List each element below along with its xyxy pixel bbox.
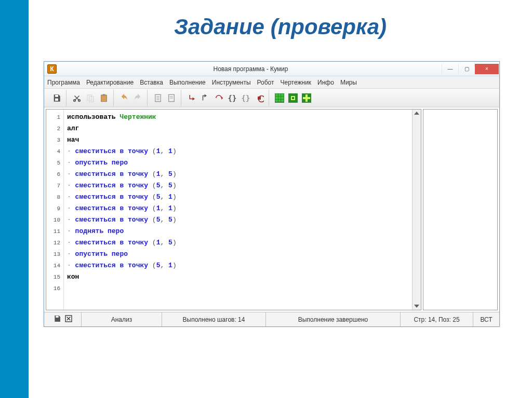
toolbar: {} {} [44,89,499,107]
menu-инструменты[interactable]: Инструменты [212,79,251,86]
line-number: 5 [46,157,60,169]
menu-вставка[interactable]: Вставка [140,79,163,86]
grid-square-icon[interactable] [287,92,299,104]
line-number: 13 [46,249,60,260]
line-number: 14 [46,260,60,271]
cut-icon[interactable] [71,92,83,104]
step-over-icon[interactable] [199,92,211,104]
status-save-icon[interactable] [53,314,61,324]
menubar: ПрограммаРедактированиеВставкаВыполнение… [44,76,499,89]
code-line[interactable]: нач [67,134,409,146]
menu-программа[interactable]: Программа [47,79,80,86]
app-icon: К [47,64,57,74]
line-number: 15 [46,271,60,283]
code-area[interactable]: использовать Чертежникалгнач· сместиться… [64,109,412,310]
line-number: 2 [46,123,60,134]
grid-green-icon[interactable] [273,92,286,104]
stop-icon[interactable] [253,92,265,104]
svg-rect-7 [103,94,105,95]
line-number: 3 [46,134,60,146]
line-number: 10 [46,214,60,226]
code-line[interactable]: · сместиться в точку (5, 1) [67,191,409,203]
statusbar: Анализ Выполнено шагов: 14 Выполнение за… [44,312,499,326]
braces-icon[interactable]: {} [226,92,238,104]
svg-rect-0 [55,95,58,97]
code-line[interactable]: · опустить перо [67,249,409,260]
svg-rect-10 [258,97,261,100]
menu-редактирование[interactable]: Редактирование [86,79,134,86]
code-line[interactable]: кон [67,271,409,283]
redo-icon[interactable] [131,92,144,104]
code-line[interactable]: · сместиться в точку (1, 5) [67,169,409,180]
status-steps: Выполнено шагов: 14 [162,312,266,326]
menu-выполнение[interactable]: Выполнение [169,79,206,86]
line-number: 4 [46,146,60,157]
line-number: 11 [46,226,60,237]
code-line[interactable]: · сместиться в точку (5, 5) [67,214,409,226]
code-line[interactable]: использовать Чертежник [67,112,409,123]
svg-rect-11 [56,316,58,318]
window-title: Новая программа - Кумир [60,65,442,73]
line-number: 1 [46,112,60,123]
code-line[interactable]: · сместиться в точку (5, 1) [67,260,409,271]
status-execution: Выполнение завершено [266,312,401,326]
svg-rect-6 [101,95,107,102]
menu-инфо[interactable]: Инфо [317,79,334,86]
line-number: 8 [46,191,60,203]
menu-миры[interactable]: Миры [340,79,357,86]
doc-icon[interactable] [152,92,164,104]
side-panel [423,109,498,310]
app-window: К Новая программа - Кумир — ▢ × Программ… [44,61,500,327]
line-gutter: 12345678910111213141516 [46,109,64,310]
close-button[interactable]: × [475,64,499,74]
code-line[interactable] [67,283,409,294]
code-line[interactable]: · поднять перо [67,226,409,237]
line-number: 7 [46,180,60,191]
content-area: 12345678910111213141516 использовать Чер… [44,107,499,312]
line-number: 16 [46,283,60,294]
code-line[interactable]: · сместиться в точку (1, 5) [67,237,409,249]
svg-rect-1 [55,98,58,101]
paste-icon[interactable] [98,92,110,104]
slide-title: Задание (проверка) [0,0,532,52]
editor[interactable]: 12345678910111213141516 использовать Чер… [46,109,421,310]
slide-left-bar [0,0,29,398]
undo-icon[interactable] [118,92,130,104]
vertical-scrollbar[interactable] [412,109,421,310]
grid-plus-icon[interactable] [300,92,313,104]
save-icon[interactable] [50,92,63,104]
line-number: 6 [46,169,60,180]
code-line[interactable]: алг [67,123,409,134]
code-line[interactable]: · сместиться в точку (1, 1) [67,146,409,157]
code-line[interactable]: · опустить перо [67,157,409,169]
status-close-icon[interactable] [64,314,73,324]
minimize-button[interactable]: — [442,64,458,74]
titlebar[interactable]: К Новая программа - Кумир — ▢ × [44,62,499,76]
code-line[interactable]: · сместиться в точку (5, 5) [67,180,409,191]
line-number: 12 [46,237,60,249]
code-line[interactable]: · сместиться в точку (1, 1) [67,203,409,214]
window-controls: — ▢ × [442,64,499,74]
menu-чертежник[interactable]: Чертежник [281,79,312,86]
maximize-button[interactable]: ▢ [458,64,475,74]
line-number: 9 [46,203,60,214]
step-into-icon[interactable] [185,92,198,104]
status-analysis[interactable]: Анализ [82,312,162,326]
menu-робот[interactable]: Робот [257,79,274,86]
run-icon[interactable] [212,92,225,104]
doc2-icon[interactable] [165,92,178,104]
braces2-icon[interactable]: {} [240,92,252,104]
status-cursor: Стр: 14, Поз: 25 [401,312,473,326]
copy-icon[interactable] [84,92,97,104]
status-mode: ВСТ [473,312,499,326]
